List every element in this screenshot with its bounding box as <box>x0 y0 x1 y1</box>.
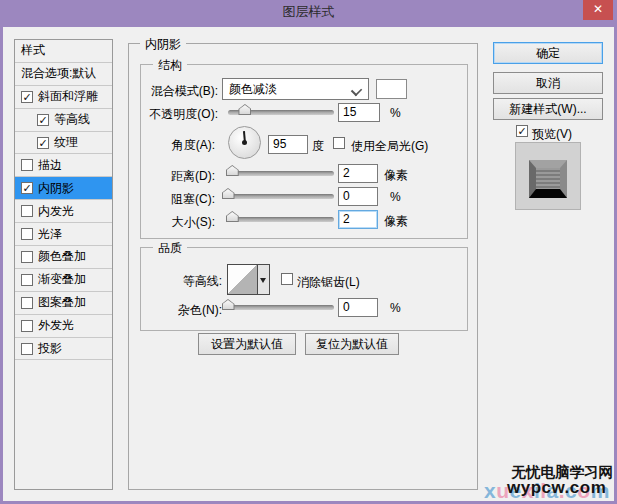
noise-input[interactable]: 0 <box>338 298 378 317</box>
cancel-button[interactable]: 取消 <box>493 72 603 94</box>
sidebar-item[interactable]: 投影 <box>15 338 112 361</box>
sidebar-item[interactable]: 光泽 <box>15 223 112 246</box>
noise-label: 杂色(N): <box>150 302 222 319</box>
sidebar-item[interactable]: 内发光 <box>15 200 112 223</box>
effect-checkbox[interactable] <box>21 320 33 332</box>
contour-thumbnail-icon <box>228 265 258 294</box>
effect-checkbox[interactable] <box>21 159 33 171</box>
distance-input[interactable]: 2 <box>338 164 378 183</box>
sidebar-item-label: 颜色叠加 <box>38 248 86 265</box>
effect-checkbox[interactable]: ✓ <box>37 114 49 126</box>
sidebar-item[interactable]: ✓纹理 <box>15 132 112 155</box>
sidebar-item[interactable]: 外发光 <box>15 315 112 338</box>
opacity-unit: % <box>390 106 401 120</box>
sidebar-item[interactable]: ✓斜面和浮雕 <box>15 86 112 109</box>
sidebar-item-label: 投影 <box>38 340 62 357</box>
sidebar-item-label: 图案叠加 <box>38 294 86 311</box>
opacity-input[interactable]: 15 <box>338 103 380 122</box>
blend-mode-select[interactable]: 颜色减淡 <box>222 78 369 100</box>
watermark-site-url: wypcw.com <box>507 478 606 498</box>
bevel-button-preview-icon <box>529 160 567 198</box>
sidebar-item-label: 斜面和浮雕 <box>38 88 98 105</box>
sidebar-item[interactable]: 描边 <box>15 154 112 177</box>
size-unit: 像素 <box>384 213 408 230</box>
quality-legend: 品质 <box>153 240 187 257</box>
blend-mode-value: 颜色减淡 <box>229 82 277 96</box>
global-light-checkbox[interactable] <box>333 137 345 149</box>
preview-thumbnail <box>515 142 581 210</box>
angle-unit: 度 <box>312 138 324 155</box>
contour-picker[interactable] <box>227 264 270 295</box>
blend-mode-label: 混合模式(B): <box>132 83 218 100</box>
distance-unit: 像素 <box>384 167 408 184</box>
sidebar-item[interactable]: ✓等高线 <box>15 109 112 132</box>
sidebar-item-label: 等高线 <box>54 111 90 128</box>
structure-legend: 结构 <box>153 57 187 74</box>
effect-checkbox[interactable] <box>21 251 33 263</box>
sidebar-item[interactable]: 图案叠加 <box>15 292 112 315</box>
sidebar-item-label: 光泽 <box>38 226 62 243</box>
effect-checkbox[interactable] <box>21 228 33 240</box>
dialog-title: 图层样式 <box>0 3 617 21</box>
layer-style-dialog: 图层样式 ✕ 样式混合选项:默认✓斜面和浮雕✓等高线✓纹理描边✓内阴影内发光光泽… <box>0 0 617 504</box>
chevron-down-icon <box>351 85 362 96</box>
sidebar-item[interactable]: 渐变叠加 <box>15 269 112 292</box>
sidebar-item-label: 渐变叠加 <box>38 271 86 288</box>
distance-label: 距离(D): <box>132 168 215 185</box>
angle-dial-center-icon <box>242 140 247 145</box>
close-icon[interactable]: ✕ <box>583 0 613 20</box>
anti-alias-label: 消除锯齿(L) <box>297 274 360 291</box>
choke-slider-track[interactable] <box>228 194 334 199</box>
opacity-label: 不透明度(O): <box>132 106 218 123</box>
make-default-button[interactable]: 设置为默认值 <box>198 333 296 355</box>
preview-checkbox[interactable]: ✓ <box>516 125 528 137</box>
sidebar-item[interactable]: 颜色叠加 <box>15 246 112 269</box>
preview-label: 预览(V) <box>532 126 572 143</box>
global-light-label: 使用全局光(G) <box>351 138 428 155</box>
sidebar-item-label: 内发光 <box>38 203 74 220</box>
size-slider-track[interactable] <box>228 217 334 222</box>
contour-label: 等高线: <box>132 273 222 290</box>
distance-slider-track[interactable] <box>228 171 334 176</box>
sidebar-item[interactable]: 混合选项:默认 <box>15 63 112 86</box>
effect-checkbox[interactable]: ✓ <box>37 137 49 149</box>
shadow-color-swatch[interactable] <box>376 79 407 99</box>
sidebar-item-label: 纹理 <box>54 134 78 151</box>
effect-checkbox[interactable] <box>21 343 33 355</box>
effect-checkbox[interactable] <box>21 297 33 309</box>
choke-unit: % <box>390 190 401 204</box>
sidebar-item[interactable]: ✓内阴影 <box>15 177 112 200</box>
effect-checkbox[interactable] <box>21 274 33 286</box>
sidebar-item-label: 描边 <box>38 157 62 174</box>
sidebar-item-label: 混合选项:默认 <box>21 65 96 82</box>
sidebar-list[interactable]: 样式混合选项:默认✓斜面和浮雕✓等高线✓纹理描边✓内阴影内发光光泽颜色叠加渐变叠… <box>14 39 113 490</box>
size-input[interactable]: 2 <box>338 210 378 229</box>
size-label: 大小(S): <box>132 214 215 231</box>
choke-input[interactable]: 0 <box>338 187 378 206</box>
panel-legend: 内阴影 <box>140 36 186 53</box>
contour-dropdown-arrow-icon[interactable] <box>260 278 266 283</box>
sidebar-item-label: 外发光 <box>38 317 74 334</box>
noise-unit: % <box>390 301 401 315</box>
choke-label: 阻塞(C): <box>132 191 215 208</box>
anti-alias-checkbox[interactable] <box>281 273 293 285</box>
effect-checkbox[interactable] <box>21 205 33 217</box>
effect-checkbox[interactable]: ✓ <box>21 91 33 103</box>
angle-input[interactable]: 95 <box>268 135 308 154</box>
ok-button[interactable]: 确定 <box>493 42 603 64</box>
sidebar-item-label: 内阴影 <box>38 180 74 197</box>
noise-slider-track[interactable] <box>228 305 334 310</box>
sidebar-item[interactable]: 样式 <box>15 40 112 63</box>
angle-dial[interactable] <box>228 126 261 159</box>
angle-label: 角度(A): <box>132 137 215 154</box>
new-style-button[interactable]: 新建样式(W)... <box>493 98 603 120</box>
reset-default-button[interactable]: 复位为默认值 <box>305 333 399 355</box>
title-bar[interactable]: 图层样式 ✕ <box>0 0 617 27</box>
effect-checkbox[interactable]: ✓ <box>21 182 33 194</box>
sidebar-item-label: 样式 <box>21 42 45 59</box>
